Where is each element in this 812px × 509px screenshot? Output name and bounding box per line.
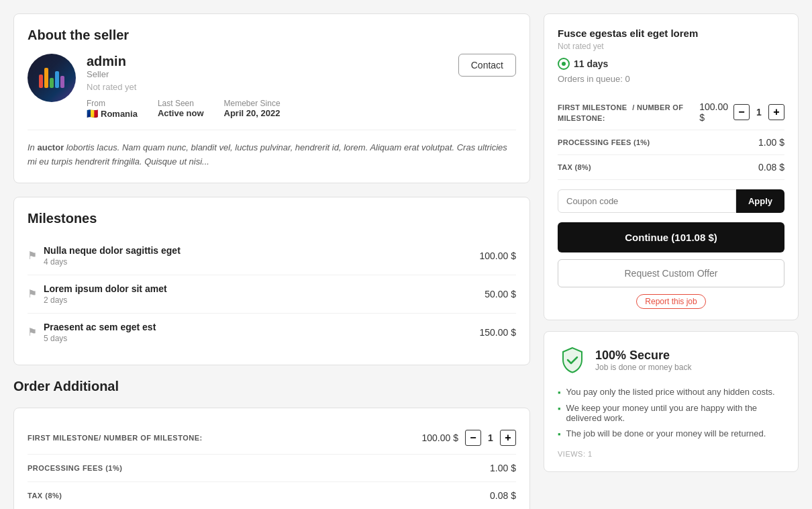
orders-queue: Orders in queue: 0 (558, 74, 784, 84)
list-item: The job will be done or your money will … (558, 426, 784, 442)
right-tax-row: TAX (8%) 0.08 $ (558, 155, 784, 180)
right-coupon-row: Apply (558, 189, 784, 213)
delivery-badge: 11 days (558, 58, 784, 70)
milestone-flag-icon: ⚑ (28, 249, 37, 262)
right-decrease-button[interactable]: − (733, 104, 750, 120)
decrease-button[interactable]: − (465, 430, 481, 446)
seller-name: admin (87, 54, 448, 69)
milestone-info: Lorem ipsum dolor sit amet 2 days (44, 283, 478, 305)
right-request-offer-button[interactable]: Request Custom Offer (558, 259, 784, 287)
milestone-list: ⚑ Nulla neque dolor sagittis eget 4 days… (28, 237, 516, 351)
right-increase-button[interactable]: + (768, 104, 784, 120)
views-label: VIEWS: 1 (558, 450, 784, 458)
avatar (28, 54, 76, 102)
secure-list: You pay only the listed price without an… (558, 384, 784, 442)
right-apply-button[interactable]: Apply (736, 189, 784, 213)
right-coupon-input[interactable] (558, 189, 736, 213)
about-seller-title: About the seller (28, 28, 516, 43)
order-form: FIRST MILESTONE/ NUMBER OF MILESTONE: 10… (13, 408, 530, 509)
flag-icon: 🇷🇴 (87, 108, 98, 119)
milestone-flag-icon: ⚑ (28, 326, 37, 338)
milestone-info: Praesent ac sem eget est 5 days (44, 322, 473, 343)
milestone-flag-icon: ⚑ (28, 287, 37, 300)
milestone-controls: 100.00 $ − 1 + (422, 430, 517, 446)
secure-header: 100% Secure Job is done or money back (558, 345, 784, 375)
right-rating: Not rated yet (558, 42, 784, 51)
milestones-section: Milestones ⚑ Nulla neque dolor sagittis … (13, 197, 530, 365)
list-item: You pay only the listed price without an… (558, 384, 784, 400)
tax-row: TAX (8%) 0.08 $ (28, 482, 516, 509)
order-additional-section: Order Additional FIRST MILESTONE/ NUMBER… (13, 379, 530, 509)
right-milestone-labels: FIRST MILESTONE / NUMBER OF MILESTONE: (558, 101, 699, 123)
list-item: ⚑ Lorem ipsum dolor sit amet 2 days 50.0… (28, 275, 516, 314)
secure-section: 100% Secure Job is done or money back Yo… (544, 331, 799, 472)
right-milestone-row: FIRST MILESTONE / NUMBER OF MILESTONE: 1… (558, 95, 784, 130)
quantity-stepper[interactable]: − 1 + (465, 430, 516, 446)
right-processing-row: PROCESSING FEES (1%) 1.00 $ (558, 130, 784, 155)
list-item: ⚑ Nulla neque dolor sagittis eget 4 days… (28, 237, 516, 275)
seller-header: admin Seller Not rated yet From 🇷🇴 Roman… (28, 54, 516, 119)
order-additional-title: Order Additional (13, 379, 530, 394)
report-job-link[interactable]: Report this job (636, 294, 705, 309)
right-order-card: Fusce egestas elit eget lorem Not rated … (544, 13, 799, 320)
seller-info: admin Seller Not rated yet From 🇷🇴 Roman… (87, 54, 448, 119)
seller-bio: In auctor lobortis lacus. Nam quam nunc,… (28, 130, 516, 169)
report-link-container: Report this job (558, 295, 784, 306)
milestones-title: Milestones (28, 211, 516, 226)
about-seller-section: About the seller admin (13, 13, 530, 183)
seller-rating: Not rated yet (87, 82, 448, 92)
service-name: Fusce egestas elit eget lorem (558, 28, 784, 39)
seller-country: 🇷🇴 Romania (87, 108, 138, 119)
increase-button[interactable]: + (500, 430, 516, 446)
right-quantity-stepper[interactable]: − 1 + (733, 104, 784, 120)
seller-from: From 🇷🇴 Romania (87, 99, 138, 119)
seller-member-since: Memeber Since April 20, 2022 (224, 99, 281, 119)
contact-button[interactable]: Contact (458, 54, 516, 77)
list-item: We keep your money until you are happy w… (558, 400, 784, 426)
seller-last-seen: Last Seen Active now (158, 99, 204, 119)
seller-role: Seller (87, 69, 448, 79)
secure-text: 100% Secure Job is done or money back (595, 349, 691, 372)
processing-fees-row: PROCESSING FEES (1%) 1.00 $ (28, 455, 516, 482)
seller-meta: From 🇷🇴 Romania Last Seen Active now Mem… (87, 99, 448, 119)
clock-icon (558, 58, 570, 70)
shield-icon (558, 345, 587, 375)
milestone-row: FIRST MILESTONE/ NUMBER OF MILESTONE: 10… (28, 422, 516, 455)
right-milestone-controls: 100.00 $ − 1 + (699, 101, 784, 123)
right-continue-button[interactable]: Continue (101.08 $) (558, 222, 784, 252)
milestone-info: Nulla neque dolor sagittis eget 4 days (44, 245, 473, 267)
list-item: ⚑ Praesent ac sem eget est 5 days 150.00… (28, 314, 516, 351)
